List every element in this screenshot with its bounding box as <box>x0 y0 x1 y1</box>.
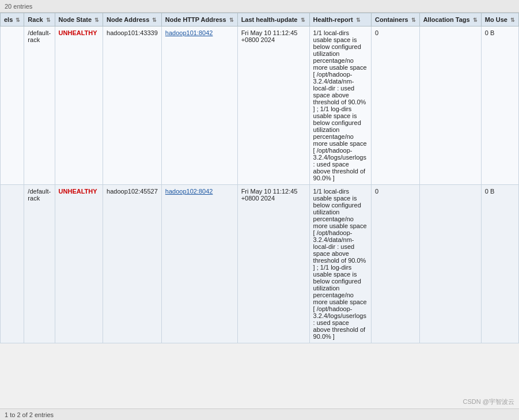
table-row: /default-rack UNHEALTHY hadoop101:43339 … <box>1 27 519 185</box>
col-node-http-address[interactable]: Node HTTP Address ⇅ <box>161 13 237 27</box>
cell-rack-1: /default-rack <box>24 185 55 343</box>
watermark: CSDN @宇智波云 <box>463 398 514 406</box>
top-bar: 20 entries <box>0 0 519 13</box>
cell-node-state-0: UNHEALTHY <box>55 27 103 185</box>
table-header-row: els ⇅ Rack ⇅ Node State ⇅ Node Address ⇅… <box>1 13 519 27</box>
cell-health-report-0: 1/1 local-dirs usable space is below con… <box>309 27 372 185</box>
col-last-health-update[interactable]: Last health-update ⇅ <box>237 13 309 27</box>
col-health-report[interactable]: Health-report ⇅ <box>309 13 372 27</box>
cell-health-report-1: 1/1 local-dirs usable space is below con… <box>309 185 372 343</box>
cell-containers-0: 0 <box>372 27 420 185</box>
cell-node-http-address-1[interactable]: hadoop102:8042 <box>161 185 237 343</box>
col-els[interactable]: els ⇅ <box>1 13 24 27</box>
sort-icon-mem-used: ⇅ <box>510 17 515 23</box>
cell-last-health-update-1: Fri May 10 11:12:45 +0800 2024 <box>237 185 309 343</box>
sort-icon-rack: ⇅ <box>46 17 51 23</box>
cell-mem-used-1: 0 B <box>481 185 518 343</box>
cell-node-http-address-0[interactable]: hadoop101:8042 <box>161 27 237 185</box>
table-container: els ⇅ Rack ⇅ Node State ⇅ Node Address ⇅… <box>0 13 519 343</box>
col-allocation-tags[interactable]: Allocation Tags ⇅ <box>419 13 481 27</box>
col-node-address[interactable]: Node Address ⇅ <box>103 13 162 27</box>
cell-node-address-1: hadoop102:45527 <box>103 185 162 343</box>
sort-icon-node-http-address: ⇅ <box>229 17 234 23</box>
cell-rack-0: /default-rack <box>24 27 55 185</box>
table-row: /default-rack UNHEALTHY hadoop102:45527 … <box>1 185 519 343</box>
col-rack[interactable]: Rack ⇅ <box>24 13 55 27</box>
sort-icon-health-report: ⇅ <box>356 17 361 23</box>
pagination-info: 1 to 2 of 2 entries <box>5 411 54 418</box>
cell-last-health-update-0: Fri May 10 11:12:45 +0800 2024 <box>237 27 309 185</box>
col-node-state[interactable]: Node State ⇅ <box>55 13 103 27</box>
entries-count: 20 entries <box>5 3 32 10</box>
cell-els-1 <box>1 185 24 343</box>
cell-allocation-tags-1 <box>419 185 481 343</box>
cell-containers-1: 0 <box>372 185 420 343</box>
cell-allocation-tags-0 <box>419 27 481 185</box>
sort-icon-node-state: ⇅ <box>94 17 99 23</box>
sort-icon-last-health-update: ⇅ <box>301 17 305 23</box>
cell-node-address-0: hadoop101:43339 <box>103 27 162 185</box>
sort-icon-els: ⇅ <box>16 17 20 23</box>
sort-icon-containers: ⇅ <box>411 17 416 23</box>
cell-els-0 <box>1 27 24 185</box>
sort-icon-allocation-tags: ⇅ <box>473 17 478 23</box>
bottom-bar: 1 to 2 of 2 entries <box>0 408 519 420</box>
col-mem-used[interactable]: Mo Use ⇅ <box>481 13 518 27</box>
sort-icon-node-address: ⇅ <box>152 17 157 23</box>
cell-mem-used-0: 0 B <box>481 27 518 185</box>
col-containers[interactable]: Containers ⇅ <box>372 13 420 27</box>
cell-node-state-1: UNHEALTHY <box>55 185 103 343</box>
nodes-table: els ⇅ Rack ⇅ Node State ⇅ Node Address ⇅… <box>0 13 519 343</box>
